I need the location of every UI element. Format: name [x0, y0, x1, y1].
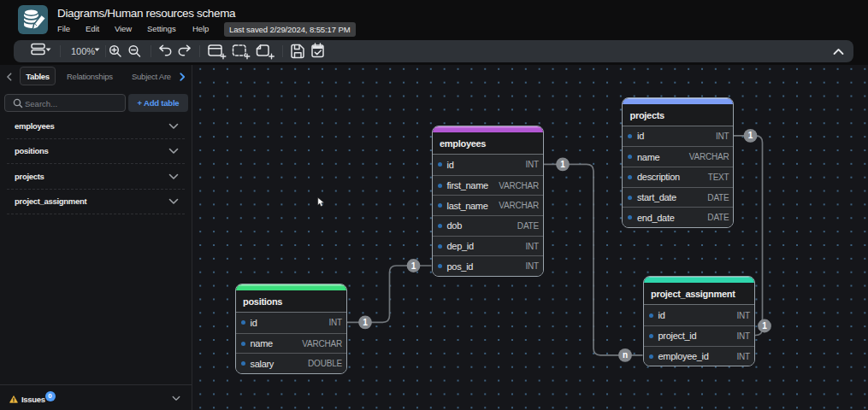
- svg-text:n: n: [623, 350, 628, 360]
- svg-text:1: 1: [363, 318, 368, 327]
- svg-text:1: 1: [411, 261, 416, 271]
- svg-text:1: 1: [748, 131, 753, 140]
- svg-text:1: 1: [762, 321, 767, 331]
- svg-text:100%: 100%: [71, 46, 95, 56]
- svg-text:1: 1: [560, 160, 565, 169]
